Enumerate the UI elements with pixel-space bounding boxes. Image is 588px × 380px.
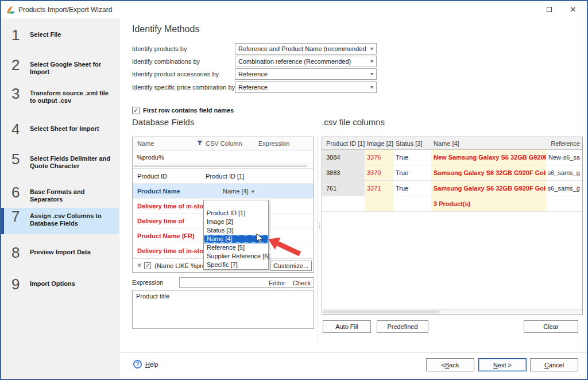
identify-accessories-select[interactable]: Reference ▾ (235, 68, 377, 80)
dropdown-item-product-id[interactable]: Product ID [1] (204, 209, 268, 218)
step-number: 4 (11, 121, 30, 145)
csv-column-dropdown[interactable]: Name [4]▾ (206, 188, 297, 195)
panel-splitter[interactable]: ⋮ (318, 137, 319, 342)
dropdown-item-image[interactable]: Image [2] (204, 218, 268, 226)
expression-textarea[interactable]: Product title (132, 290, 314, 329)
help-link[interactable]: ? Help (133, 360, 158, 369)
db-header-csv-column[interactable]: CSV Column (206, 140, 257, 147)
expression-label: Expression (132, 279, 163, 286)
clear-filter-icon[interactable]: ✕ (137, 262, 142, 269)
auto-fill-button[interactable]: Auto Fill (323, 320, 371, 333)
db-field-name: Delivery time of in-stock (133, 247, 206, 254)
db-row-product-name-selected[interactable]: Product Name Name [4]▾ (133, 184, 314, 199)
csv-header-name[interactable]: Name [4] (431, 137, 546, 149)
csv-header-status[interactable]: Status [3] (393, 137, 431, 149)
csv-cell-image: 3371 (365, 181, 393, 196)
csv-cell-id (322, 196, 365, 211)
db-row-product-id[interactable]: Product ID Product ID [1] (133, 169, 314, 184)
scrollbar-thumb[interactable] (134, 165, 307, 167)
close-button[interactable]: ✕ (563, 1, 583, 17)
sidebar-step-delimiter[interactable]: 5 Select Fields Delimiter and Quote Char… (1, 150, 119, 180)
editor-link[interactable]: Editor (269, 280, 285, 286)
db-field-name: Product Name (133, 188, 206, 195)
help-label: Help (145, 361, 158, 368)
sidebar-step-select-file[interactable]: 1 Select File (1, 26, 119, 51)
csv-header-image[interactable]: Image [2] (365, 137, 393, 149)
sidebar-step-import-options[interactable]: 9 Import Options (1, 276, 119, 300)
csv-cell-id: 3883 (322, 165, 365, 180)
identify-combinations-select[interactable]: Combination reference (Recommended) ▾ (235, 56, 377, 67)
sidebar-step-preview-import[interactable]: 8 Preview Import Data (1, 244, 119, 268)
identify-specific-price-select[interactable]: Reference ▾ (235, 82, 377, 93)
csv-cell-name: Samsung Galaxy S6 32GB G920F Gold (431, 181, 546, 196)
db-field-name: Product ID (133, 173, 206, 180)
csv-header-product-id[interactable]: Product ID [1] (322, 137, 365, 149)
cancel-button[interactable]: Cancel (530, 358, 578, 371)
csv-summary-count: 3 Product(s) (431, 196, 546, 211)
db-field-csv: Product ID [1] (206, 173, 297, 180)
dropdown-item-reference[interactable]: Reference [5] (204, 243, 268, 252)
db-field-name: Delivery time of in-stock (133, 203, 206, 210)
clear-button[interactable]: Clear (524, 320, 578, 333)
sidebar-step-select-sheet[interactable]: 4 Select Sheet for Import (1, 121, 119, 145)
filter-enabled-checkbox[interactable]: ✓ (144, 262, 151, 269)
db-table-header: Name CSV Column Expression (133, 137, 314, 150)
step-number: 5 (11, 150, 30, 180)
dropdown-item-supplier-reference[interactable]: Supplier Reference [6] (204, 252, 268, 261)
step-number: 8 (11, 244, 30, 268)
csv-cell-id: 761 (322, 181, 365, 196)
expression-row: Expression Editor Check (132, 277, 314, 288)
back-button[interactable]: < Back (426, 358, 474, 371)
customize-button[interactable]: Customize... (270, 261, 312, 271)
csv-cell-image: 3370 (365, 165, 393, 180)
db-header-name[interactable]: Name (133, 140, 197, 147)
select-value: Reference (238, 71, 268, 77)
csv-horizontal-scrollbar[interactable] (323, 309, 582, 313)
first-row-checkbox-label: First row contains field names (143, 107, 234, 114)
csv-header-reference[interactable]: Reference (546, 137, 582, 149)
db-header-expression[interactable]: Expression (257, 140, 289, 147)
step-number: 1 (11, 26, 30, 51)
step-number: 6 (11, 184, 30, 208)
filter-funnel-icon[interactable] (197, 140, 206, 147)
database-fields-title: Database Fields (132, 117, 194, 127)
step-number: 9 (11, 276, 30, 300)
check-link[interactable]: Check (293, 280, 311, 286)
maximize-button[interactable] (539, 1, 559, 17)
csv-cell-reference (546, 196, 582, 211)
identify-products-select[interactable]: Reference and Product Name (recommended)… (235, 43, 377, 55)
chevron-down-icon: ▾ (370, 84, 373, 90)
step-number: 2 (11, 56, 30, 80)
title-bar: Products Import/Export Wizard ✕ (1, 1, 587, 18)
select-value: Combination reference (Recommended) (238, 58, 351, 65)
step-label: Select File (30, 26, 111, 51)
sidebar-step-google-sheet[interactable]: 2 Select Google Sheet for Import (1, 56, 119, 80)
predefined-button[interactable]: Predefined (377, 320, 428, 333)
csv-row-3[interactable]: 761 3371 True Samsung Galaxy S6 32GB G92… (322, 181, 582, 196)
scrollbar-thumb[interactable] (323, 311, 439, 313)
identify-combinations-label: Identify combinations by (132, 58, 200, 65)
next-button[interactable]: Next > (478, 358, 527, 371)
csv-cell-reference: s6_sams_g (546, 181, 582, 196)
dropdown-item-specific[interactable]: Specific [7] (204, 261, 268, 269)
sidebar-step-transform-xml[interactable]: 3 Transform source .xml file to output .… (1, 85, 119, 115)
first-row-checkbox[interactable]: ✓ (132, 107, 140, 114)
footer-divider (120, 352, 587, 353)
identify-combinations-row: Identify combinations by Combination ref… (132, 56, 379, 67)
step-label: Transform source .xml file to output .cs… (30, 85, 111, 115)
csv-cell-status: True (393, 165, 431, 180)
csv-row-1[interactable]: 3884 3376 True New Samsung Galaxy S6 32G… (322, 150, 582, 165)
dropdown-item-blank[interactable] (204, 200, 268, 209)
sidebar-step-base-formats[interactable]: 6 Base Formats and Separators (1, 184, 119, 208)
step-label: Import Options (30, 276, 111, 300)
first-row-checkbox-row: ✓ First row contains field names (132, 106, 234, 114)
wizard-window: Products Import/Export Wizard ✕ 1 Select… (0, 0, 588, 380)
sidebar-step-assign-columns-active[interactable]: 7 Assign .csv Columns to Database Fields (1, 208, 119, 234)
db-horizontal-scrollbar[interactable] (133, 164, 314, 169)
expression-input[interactable]: Editor Check (179, 277, 314, 288)
help-icon: ? (133, 360, 142, 369)
db-filter-row-input[interactable]: %produ% (133, 150, 314, 164)
step-number: 3 (11, 85, 30, 115)
app-icon (6, 5, 16, 14)
csv-row-2[interactable]: 3883 3370 True Samsung Galaxy S6 32GB G9… (322, 165, 582, 181)
